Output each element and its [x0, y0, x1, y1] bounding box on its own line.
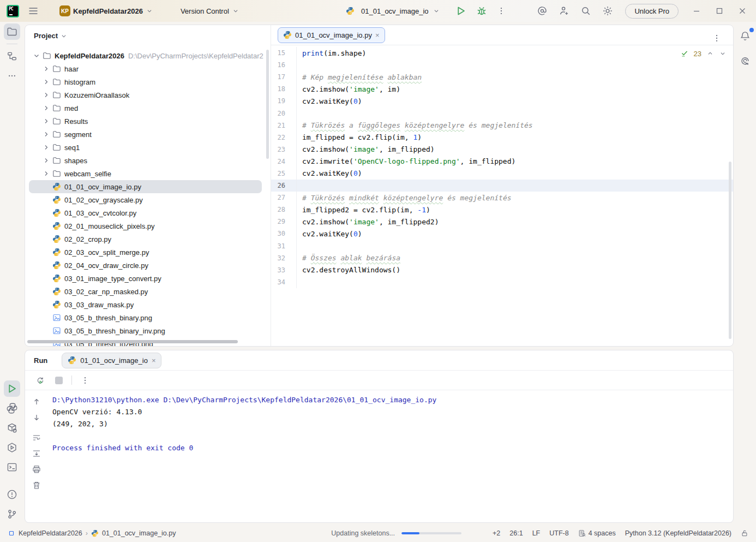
chevron-right-icon[interactable]	[42, 169, 51, 178]
chevron-right-icon[interactable]	[42, 143, 51, 152]
editor-tab[interactable]: 01_01_ocv_image_io.py ×	[278, 27, 385, 43]
tree-file-item[interactable]: 01_01_ocv_image_io.py	[29, 180, 262, 193]
background-task-progress[interactable]: Updating skeletons...	[331, 529, 461, 537]
tree-folder-item[interactable]: webcam_selfie	[25, 167, 271, 180]
tree-file-item[interactable]: 01_02_ocv_grayscale.py	[25, 193, 271, 206]
editor-options-button[interactable]	[709, 31, 724, 46]
code-line[interactable]: 16	[271, 59, 733, 71]
notifications-button[interactable]	[737, 28, 753, 44]
chevron-right-icon[interactable]	[42, 91, 51, 99]
tree-folder-item[interactable]: seq1	[25, 141, 271, 154]
print-button[interactable]	[29, 462, 44, 477]
problems-tool-button[interactable]	[4, 486, 20, 503]
inspections-widget[interactable]: 23	[680, 49, 727, 58]
run-more-options-button[interactable]	[79, 374, 91, 386]
code-line[interactable]: 24cv2.imwrite('OpenCV-logo-flipped.png',…	[271, 156, 733, 168]
close-button[interactable]	[733, 2, 752, 20]
python-packages-tool-button[interactable]	[4, 420, 20, 436]
run-tab[interactable]: 01_01_ocv_image_io ×	[62, 353, 161, 368]
code-line[interactable]: 21# Tükrözés a függőleges középtengelyre…	[271, 120, 733, 132]
tab-close-icon[interactable]: ×	[375, 32, 380, 39]
code-line[interactable]: 34	[271, 276, 733, 288]
code-line[interactable]: 22im_flipped = cv2.flip(im, 1)	[271, 132, 733, 144]
chevron-down-icon[interactable]	[32, 51, 41, 60]
chevron-right-icon[interactable]	[42, 156, 51, 165]
settings-button[interactable]	[599, 2, 616, 20]
chevron-right-icon[interactable]	[42, 117, 51, 126]
debug-button[interactable]	[473, 2, 490, 20]
unlocked-icon[interactable]	[741, 529, 748, 537]
tree-folder-item[interactable]: KozuzemiOraallasok	[25, 88, 271, 102]
run-button[interactable]	[452, 2, 470, 20]
breadcrumb-file[interactable]: 01_01_ocv_image_io.py	[102, 529, 176, 537]
project-vertical-scrollbar[interactable]	[266, 50, 269, 159]
search-everywhere-button[interactable]	[577, 2, 595, 20]
tree-file-item[interactable]: 03_05_b_thresh_binary_inv.png	[25, 324, 271, 337]
rerun-button[interactable]	[34, 374, 46, 386]
code-line[interactable]: 23cv2.imshow('image', im_flipped)	[271, 144, 733, 156]
code-line[interactable]: 32# Összes ablak bezárása	[271, 252, 733, 264]
services-tool-button[interactable]	[4, 439, 20, 456]
chevron-right-icon[interactable]	[42, 130, 51, 139]
code-line[interactable]: 17# Kép megjelenítése ablakban	[271, 71, 733, 83]
code-line[interactable]: 20	[271, 107, 733, 119]
tree-folder-item[interactable]: Results	[25, 115, 271, 128]
code-line[interactable]: 30cv2.waitKey(0)	[271, 228, 733, 240]
editor-scrollbar[interactable]	[729, 162, 731, 339]
project-tool-button[interactable]	[4, 23, 20, 40]
tree-file-item[interactable]: 01_03_ocv_cvtcolor.py	[25, 206, 271, 219]
vcs-widget-button[interactable]: Version Control	[177, 4, 243, 19]
run-tool-button[interactable]	[4, 380, 20, 397]
status-breadcrumb[interactable]: KepfeldPeldatar2026 › 01_01_ocv_image_io…	[8, 529, 176, 537]
prev-occurrence-button[interactable]	[29, 395, 44, 409]
code-line[interactable]: 27# Tükrözés mindkét középtengelyre és m…	[271, 192, 733, 204]
stop-button[interactable]	[53, 375, 64, 386]
scroll-to-end-button[interactable]	[29, 446, 44, 461]
run-configuration-button[interactable]: 01_01_ocv_image_io	[358, 5, 441, 17]
console-output[interactable]: D:\Python31210\python.exe D:\Dev\PyCharm…	[48, 390, 733, 522]
soft-wrap-button[interactable]	[29, 431, 44, 445]
maximize-button[interactable]	[710, 2, 729, 20]
chevron-down-icon[interactable]	[719, 50, 727, 57]
pycharm-logo-icon[interactable]: PC	[7, 5, 19, 17]
tree-file-item[interactable]: 03_05_b_thresh_binary.png	[25, 311, 271, 324]
tab-close-icon[interactable]: ×	[152, 357, 156, 364]
code-line[interactable]: 26	[271, 180, 733, 192]
next-occurrence-button[interactable]	[29, 410, 44, 425]
status-line-ending[interactable]: LF	[532, 529, 541, 537]
status-encoding[interactable]: UTF-8	[549, 529, 568, 537]
main-menu-button[interactable]	[25, 2, 42, 20]
status-indent[interactable]: 4 spaces	[578, 529, 616, 537]
code-line[interactable]: 28im_flipped2 = cv2.flip(im, -1)	[271, 204, 733, 216]
chevron-right-icon[interactable]	[42, 64, 51, 73]
structure-tool-button[interactable]	[4, 48, 20, 64]
clear-console-button[interactable]	[29, 478, 44, 492]
tree-folder-item[interactable]: segment	[25, 128, 271, 141]
tree-folder-item[interactable]: med	[25, 102, 271, 115]
ai-chat-button[interactable]	[737, 53, 753, 69]
more-run-actions-button[interactable]	[494, 3, 509, 19]
tree-file-item[interactable]: 02_03_ocv_split_merge.py	[25, 246, 271, 259]
status-changes[interactable]: +2	[493, 529, 500, 537]
tree-folder-item[interactable]: histogram	[25, 75, 271, 88]
tree-file-item[interactable]: 02_01_mouseclick_pixels.py	[25, 219, 271, 233]
chevron-down-icon[interactable]	[60, 32, 68, 40]
tree-folder-item[interactable]: shapes	[25, 154, 271, 167]
tree-folder-item[interactable]: haar	[25, 62, 271, 75]
unlock-pro-button[interactable]: Unlock Pro	[625, 4, 679, 19]
code-line[interactable]: 33cv2.destroyAllWindows()	[271, 264, 733, 276]
chevron-up-icon[interactable]	[706, 50, 714, 57]
chevron-right-icon[interactable]	[42, 78, 51, 86]
tree-file-item[interactable]: 02_04_ocv_draw_circle.py	[25, 259, 271, 272]
code-line[interactable]: 31	[271, 240, 733, 252]
code-line[interactable]: 18cv2.imshow('image', im)	[271, 83, 733, 95]
tree-file-item[interactable]: 02_02_crop.py	[25, 233, 271, 246]
ai-assistant-button[interactable]	[533, 2, 551, 20]
project-widget-button[interactable]: KP KepfeldPeldatar2026	[56, 2, 157, 20]
status-interpreter[interactable]: Python 3.12 (KepfeldPeldatar2026)	[625, 529, 731, 537]
status-caret-position[interactable]: 26:1	[509, 529, 523, 537]
tree-root-item[interactable]: KepfeldPeldatar2026D:\Dev\PyCharmProject…	[25, 49, 271, 62]
tree-file-item[interactable]: 03_02_car_np_masked.py	[25, 285, 271, 298]
project-horizontal-scrollbar[interactable]	[27, 340, 238, 343]
code-line[interactable]: 19cv2.waitKey(0)	[271, 95, 733, 107]
